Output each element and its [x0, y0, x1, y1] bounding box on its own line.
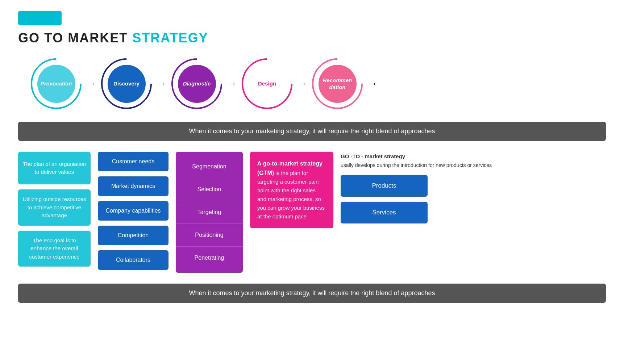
step-circle-diagnostic: Diagnostic — [170, 57, 224, 111]
arrow-4: → — [297, 78, 307, 89]
step-circle-discovery: Discovery — [99, 57, 154, 111]
step-inner-diagnostic: Diagnostic — [178, 65, 216, 103]
arrow-5: → — [367, 78, 378, 89]
step-circle-design: Design — [240, 57, 294, 111]
purple-item-positioning: Positioning — [176, 224, 243, 247]
step-inner-design: Design — [248, 65, 286, 103]
steps-row: Provocation → Discovery → Diagnostic — [18, 57, 606, 111]
logo-bar — [18, 11, 62, 25]
purple-item-targeting: Targeting — [176, 201, 243, 224]
step-recommendation: Recommen dation → — [310, 57, 380, 111]
magenta-body: is the plan for targeting a customer pai… — [257, 170, 325, 220]
blue-btn-company-capabilities[interactable]: Company capabilities — [98, 201, 169, 221]
step-circle-provocation: Provocation — [29, 57, 83, 111]
go-to-body: usally develops during the introduction … — [341, 162, 492, 168]
cyan-card-3: The end goal is to enhance the overall c… — [18, 231, 91, 267]
purple-item-segmentation: Segmenation — [176, 155, 243, 178]
column-cyan: The plan of an organiation to deliver va… — [18, 152, 91, 267]
step-label-diagnostic: Diagnostic — [183, 80, 211, 87]
column-blue: Customer needs Market dynamics Company c… — [98, 152, 169, 270]
column-purple: Segmenation Selection Targeting Position… — [176, 152, 243, 273]
step-inner-discovery: Discovery — [108, 65, 146, 103]
step-label-recommendation: Recommen dation — [323, 77, 352, 91]
cyan-card-1: The plan of an organiation to deliver va… — [18, 152, 91, 184]
step-diagnostic: Diagnostic → — [170, 57, 240, 111]
column-right: GO -TO - market strategy usally develops… — [341, 152, 606, 223]
blue-btn-collaborators[interactable]: Collaborators — [98, 250, 169, 270]
go-to-title: GO -TO - market strategy — [341, 153, 405, 159]
step-discovery: Discovery → — [99, 57, 170, 111]
cyan-card-2: Utilizing outside resources to achieve c… — [18, 189, 91, 226]
right-btn-products[interactable]: Products — [341, 175, 428, 197]
step-label-discovery: Discovery — [113, 80, 140, 87]
blue-btn-market-dynamics[interactable]: Market dynamics — [98, 176, 169, 196]
step-label-provocation: Provocation — [41, 80, 72, 87]
purple-item-penetrating: Penetrating — [176, 247, 243, 269]
title-cyan: STRATEGY — [132, 30, 208, 45]
blue-btn-competition[interactable]: Competition — [98, 226, 169, 245]
step-circle-recommendation: Recommen dation — [310, 57, 365, 111]
top-banner: When it comes to your marketing strategy… — [18, 122, 606, 141]
title-black: GO TO MARKET — [18, 30, 132, 45]
page-title: GO TO MARKET STRATEGY — [18, 30, 606, 46]
step-label-design: Design — [258, 80, 276, 87]
purple-item-selection: Selection — [176, 178, 243, 201]
go-to-market-text: GO -TO - market strategy usally develops… — [341, 152, 606, 170]
step-inner-recommendation: Recommen dation — [319, 65, 357, 103]
step-inner-provocation: Provocation — [37, 65, 75, 103]
bottom-banner-text: When it comes to your marketing strategy… — [189, 289, 435, 297]
arrow-2: → — [157, 78, 167, 89]
banner-text: When it comes to your marketing strategy… — [189, 127, 435, 135]
blue-btn-customer-needs[interactable]: Customer needs — [98, 152, 169, 171]
column-magenta: A go-to-market strategy (GTM) is the pla… — [250, 152, 333, 228]
step-provocation: Provocation → — [29, 57, 99, 111]
arrow-1: → — [86, 78, 96, 89]
right-btn-services[interactable]: Services — [341, 202, 428, 223]
bottom-banner: When it comes to your marketing strategy… — [18, 284, 606, 303]
main-grid: The plan of an organiation to deliver va… — [18, 152, 606, 273]
arrow-3: → — [227, 78, 237, 89]
step-design: Design → — [240, 57, 310, 111]
